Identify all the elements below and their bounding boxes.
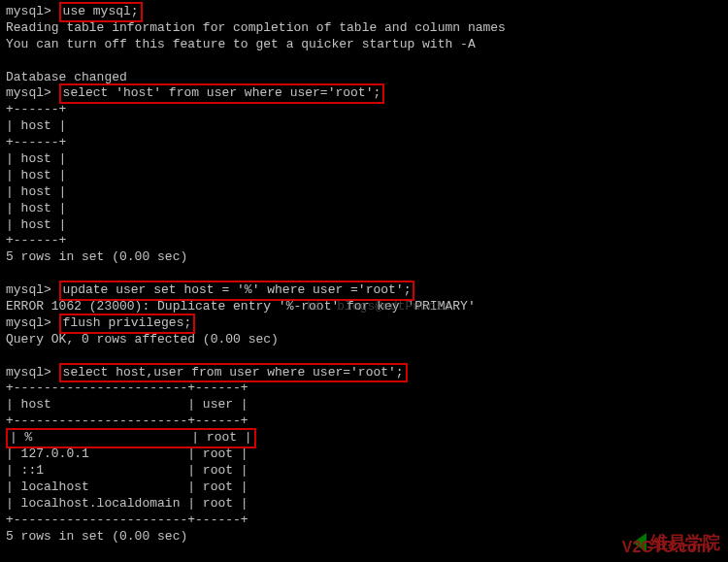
table-border: +------+ xyxy=(6,233,722,249)
highlight-use-mysql: use mysql; xyxy=(59,2,143,22)
blank-line xyxy=(6,53,722,70)
table-row: | host | xyxy=(6,201,722,217)
cmd-line-select1: mysql> select 'host' from user where use… xyxy=(6,85,722,102)
table-row-highlighted: | % | root | xyxy=(6,430,722,446)
table-row: | host | xyxy=(6,151,722,168)
output-error: ERROR 1062 (23000): Duplicate entry '%-r… xyxy=(6,299,722,315)
cmd-line-use: mysql> use mysql; xyxy=(6,4,722,20)
watermark-text-en: V2GTO.com xyxy=(622,538,711,558)
watermark-logo: 维易学院 V2GTO.com xyxy=(633,532,720,554)
table-border: +-----------------------+------+ xyxy=(6,512,722,529)
table-row: | ::1 | root | xyxy=(6,463,722,479)
table-row: | host | xyxy=(6,168,722,184)
ghost-watermark: hi blogs@edtPubolo xyxy=(307,299,450,315)
table-row: | localhost | root | xyxy=(6,479,722,496)
table-row: | host | xyxy=(6,217,722,234)
highlight-percent-root: | % | root | xyxy=(6,428,256,448)
highlight-update-user: update user set host = '%' where user ='… xyxy=(59,281,415,301)
table-border: +------+ xyxy=(6,102,722,118)
table-border: +-----------------------+------+ xyxy=(6,380,722,397)
table-border: +------+ xyxy=(6,135,722,151)
highlight-select-host: select 'host' from user where user='root… xyxy=(59,83,385,104)
output-line: You can turn off this feature to get a q… xyxy=(6,37,722,53)
table-row: | 127.0.0.1 | root | xyxy=(6,446,722,463)
output-rowcount: 5 rows in set (0.00 sec) xyxy=(6,529,722,545)
table-header: | host | user | xyxy=(6,397,722,413)
highlight-flush-privileges: flush privileges; xyxy=(59,314,196,334)
cmd-line-select2: mysql> select host,user from user where … xyxy=(6,365,722,381)
output-line: Reading table information for completion… xyxy=(6,20,722,37)
cmd-line-update: mysql> update user set host = '%' where … xyxy=(6,282,722,299)
terminal-output: mysql> use mysql; Reading table informat… xyxy=(6,4,722,562)
blank-line xyxy=(6,545,722,561)
table-row: | localhost.localdomain | root | xyxy=(6,496,722,512)
output-queryok: Query OK, 0 rows affected (0.00 sec) xyxy=(6,332,722,348)
output-rowcount: 5 rows in set (0.00 sec) xyxy=(6,249,722,266)
cmd-line-flush: mysql> flush privileges; xyxy=(6,315,722,332)
highlight-select-hostuser: select host,user from user where user='r… xyxy=(59,363,408,383)
table-header: | host | xyxy=(6,118,722,135)
table-row: | host | xyxy=(6,184,722,201)
